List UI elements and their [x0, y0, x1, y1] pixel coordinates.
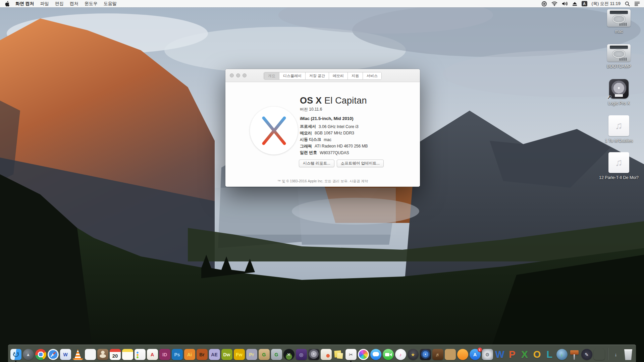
menu-item[interactable]: 캡처 — [70, 1, 78, 6]
desktop-icon-bootcamp[interactable]: BOOTCAMP — [607, 44, 631, 69]
input-source-badge[interactable]: A — [582, 1, 587, 6]
dock-item-ms-word[interactable]: W — [494, 349, 505, 360]
indesign-icon: ID — [159, 349, 170, 360]
menu-item[interactable]: 도움말 — [104, 1, 117, 6]
dock-item-reminders[interactable] — [135, 349, 146, 360]
ms-outlook-glyph: O — [533, 350, 541, 359]
dock-item-trash[interactable] — [623, 349, 634, 360]
dock-item-ibooks[interactable] — [457, 349, 468, 360]
dock-item-w-web-app[interactable]: W — [60, 349, 71, 360]
desktop-icon-label: 1 Tu M'Oublies — [605, 138, 633, 143]
dock-item-ms-outlook[interactable]: O — [532, 349, 543, 360]
dock-item-messages[interactable] — [370, 349, 381, 360]
dock-item-imovie[interactable]: ★ — [408, 349, 419, 360]
dock-item-safari[interactable] — [48, 349, 59, 360]
dock-item-photo-viewer[interactable] — [85, 349, 96, 360]
dock-item-downloads-folder[interactable]: ↓ — [610, 349, 622, 360]
dock-item-acrobat[interactable]: A — [147, 349, 158, 360]
dock-item-ms-lync[interactable]: L — [544, 349, 555, 360]
wifi-icon[interactable] — [551, 1, 557, 6]
dock-item-toast[interactable]: ◎ — [296, 349, 307, 360]
tab[interactable]: 지원 — [347, 72, 363, 79]
desktop-icon-logic-pro-x[interactable]: Logic Pro X — [608, 79, 630, 106]
dock-item-premiere[interactable]: Pr — [246, 349, 257, 360]
menu-item[interactable]: 편집 — [55, 1, 64, 6]
spotlight-icon[interactable] — [625, 1, 630, 6]
active-app-menu[interactable]: 화면 캡처 — [15, 1, 34, 7]
dock-item-launchpad[interactable]: ▲ — [23, 349, 34, 360]
desktop-icon-label: BOOTCAMP — [607, 64, 631, 69]
dock-item-bridge[interactable]: Br — [197, 349, 208, 360]
ms-outlook-icon: O — [532, 349, 543, 360]
menu-item[interactable]: 윈도우 — [85, 1, 98, 6]
dock-item-grab[interactable]: ✂ — [345, 349, 357, 360]
compass-docs-icon — [321, 349, 332, 360]
dock-item-stuffit-expander[interactable]: G — [259, 349, 270, 360]
dock-item-contacts[interactable] — [97, 349, 108, 360]
dock-item-illustrator[interactable]: Ai — [184, 349, 195, 360]
dock-item-web-downloader[interactable]: ↓ — [556, 349, 568, 360]
spec-label: 시동 디스크 — [300, 137, 321, 142]
dock-item-fireworks[interactable]: Fw — [234, 349, 245, 360]
dock-item-chrome[interactable] — [35, 349, 46, 360]
dock-item-idvd[interactable] — [420, 349, 431, 360]
dock-item-system-preferences[interactable]: ⚙ — [482, 349, 493, 360]
desktop-icon-12-parle-t-il-de-moi-[interactable]: 12 Parle-T-Il De Moi? — [599, 152, 639, 180]
push-button[interactable]: 소프트웨어 업데이트... — [337, 160, 384, 167]
dock-item-photos[interactable] — [358, 349, 369, 360]
dock-item-ms-powerpoint[interactable]: P — [507, 349, 518, 360]
tab[interactable]: 디스플레이 — [279, 72, 305, 79]
dock-item-chart-app[interactable] — [594, 349, 605, 360]
dock-item-calendar[interactable]: 20 — [110, 349, 121, 360]
idvd-icon — [420, 349, 431, 360]
dock-item-logic-pro[interactable] — [308, 349, 319, 360]
notification-center-icon[interactable] — [634, 1, 640, 6]
dock-item-photoshop[interactable]: Ps — [172, 349, 183, 360]
desktop-icon-label: Logic Pro X — [608, 101, 630, 106]
tab[interactable]: 개요 — [264, 72, 279, 79]
dock-item-itunes[interactable]: ♪ — [395, 349, 406, 360]
push-button[interactable]: 시스템 리포트... — [299, 160, 334, 167]
dock-item-compass-docs[interactable] — [321, 349, 332, 360]
dock-item-finder[interactable] — [10, 349, 21, 360]
dock-item-after-effects[interactable]: AE — [209, 349, 220, 360]
tab[interactable]: 저장 공간 — [305, 72, 329, 79]
about-this-mac-window[interactable]: 개요디스플레이저장 공간메모리지원서비스 OS X El Cap — [225, 69, 420, 187]
window-titlebar[interactable]: 개요디스플레이저장 공간메모리지원서비스 — [225, 69, 420, 82]
eject-icon[interactable] — [572, 2, 577, 6]
dock-item-vlc[interactable] — [72, 349, 84, 360]
desktop-icon-mac[interactable]: mac — [607, 9, 631, 34]
spec-label: 그래픽 — [300, 143, 312, 149]
imovie-icon: ★ — [408, 349, 419, 360]
menu-bar-clock[interactable]: (목) 오전 11:19 — [592, 1, 621, 7]
ms-lync-icon: L — [544, 349, 555, 360]
desktop-icon-1-tu-m-oublies[interactable]: 1 Tu M'Oublies — [605, 115, 633, 143]
calendar-glyph: 20 — [112, 353, 118, 358]
dock-item-dropstuff[interactable]: G — [271, 349, 282, 360]
ms-powerpoint-glyph: P — [509, 350, 515, 359]
dock-item-dreamweaver[interactable]: Dw — [221, 349, 232, 360]
dock-item-x-utility[interactable]: ✕ — [283, 349, 294, 360]
tab[interactable]: 메모리 — [329, 72, 347, 79]
dock-item-indesign[interactable]: ID — [159, 349, 170, 360]
menu-item[interactable]: 파일 — [40, 1, 49, 6]
dock-item-stickies[interactable] — [333, 349, 344, 360]
fan-icon[interactable] — [541, 1, 547, 7]
dock-item-keynote[interactable] — [569, 349, 580, 360]
dock-item-cork-board[interactable] — [445, 349, 456, 360]
logic-pro-icon — [308, 349, 319, 360]
volume-icon[interactable] — [562, 1, 568, 6]
itunes-icon: ♪ — [395, 349, 406, 360]
tab[interactable]: 서비스 — [363, 72, 381, 79]
dock-item-facetime[interactable] — [383, 349, 394, 360]
apple-menu[interactable] — [5, 1, 9, 7]
dock-item-garageband[interactable]: ♬ — [432, 349, 443, 360]
spec-row: 메모리 8GB 1067 MHz DDR3 — [300, 130, 368, 137]
music-icon — [608, 115, 629, 136]
dock-item-app-store[interactable]: A1 — [470, 349, 481, 360]
dock-item-ms-excel[interactable]: X — [519, 349, 530, 360]
music-icon — [608, 152, 629, 173]
dock-item-scrivener[interactable]: ✎ — [581, 349, 592, 360]
dock-item-notes[interactable] — [122, 349, 133, 360]
ms-word-icon: W — [494, 349, 505, 360]
